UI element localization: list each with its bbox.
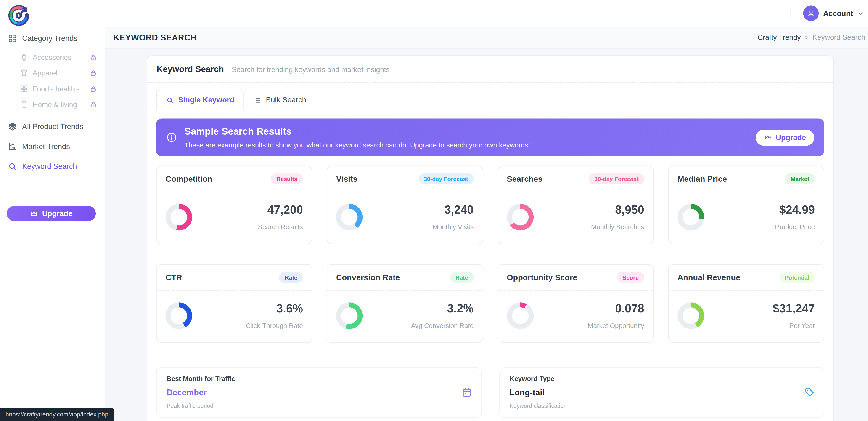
shirt-icon [20,69,28,77]
page-header: KEYWORD SEARCH Crafty Trendy > Keyword S… [105,27,868,49]
content-area: Keyword Search Search for trending keywo… [105,49,868,421]
sidebar-item-label: Accessories [33,53,71,61]
metric-label: Search Results [258,223,303,231]
upgrade-label: Upgrade [776,133,806,142]
layers-icon [8,122,17,131]
metric-card-median-price: Median Price Market $24.99 Product Price [668,166,825,244]
metric-value: 0.078 [588,302,644,315]
app-logo[interactable] [7,4,31,27]
banner-title: Sample Search Results [184,126,530,138]
sidebar-item-food-health[interactable]: Food - health - ... [0,81,104,97]
metric-card-title: Annual Revenue [678,273,740,282]
account-menu[interactable]: Account [790,0,864,27]
breadcrumb-home[interactable]: Crafty Trendy [758,33,801,41]
tag-icon [804,387,815,397]
person-icon [807,9,815,18]
breadcrumb: Crafty Trendy > Keyword Search [758,33,865,41]
metric-value: 3.2% [411,302,473,315]
metric-card-grid: Competition Results 47,200 Search Result… [156,166,824,343]
metric-value: $24.99 [775,203,815,216]
status-badge: Results [271,174,303,184]
sidebar-item-label: Market Trends [22,142,70,150]
sidebar-item-category-trends[interactable]: Category Trends [0,30,104,46]
upgrade-label: Upgrade [42,209,72,218]
tab-label: Single Keyword [178,96,234,104]
panel-header: Keyword Search Search for trending keywo… [147,56,833,82]
sidebar-item-accessories[interactable]: Accessories [0,49,104,65]
sidebar-item-apparel[interactable]: Apparel [0,65,104,81]
status-badge: Rate [450,272,474,283]
donut-chart [678,204,704,230]
search-icon [8,161,17,171]
main-area: Account KEYWORD SEARCH Crafty Trendy > K… [105,0,868,421]
lock-icon [90,54,97,61]
page-title: KEYWORD SEARCH [114,33,197,42]
sidebar-upgrade-button[interactable]: Upgrade [7,206,96,221]
metric-value: 3,240 [433,203,473,216]
metric-card-title: Opportunity Score [507,273,578,282]
sidebar-item-all-product-trends[interactable]: All Product Trends [0,116,104,136]
metric-card-searches: Searches 30-day Forecast 8,950 Monthly S… [497,166,653,244]
sidebar-item-home-living[interactable]: Home & living [0,97,104,113]
sidebar-item-keyword-search[interactable]: Keyword Search [0,156,104,176]
status-badge: 30-day Forecast [418,174,473,184]
topbar: Account [105,0,868,27]
status-badge: Potential [779,272,815,283]
tab-bulk-search[interactable]: Bulk Search [244,90,315,110]
info-card-title: Keyword Type [509,375,814,383]
donut-chart [678,302,704,329]
status-badge: Market [785,174,815,184]
sidebar-item-label: Category Trends [22,34,78,42]
panel-title: Keyword Search [157,64,224,74]
avatar[interactable] [803,5,819,21]
metric-value: 8,950 [591,203,644,216]
metric-label: Product Price [775,223,815,231]
account-label: Account [823,9,853,18]
sidebar-item-label: Food - health - ... [33,85,88,93]
sidebar: Category Trends Accessories [0,0,105,421]
metric-card-title: Searches [507,174,542,183]
metric-label: Monthly Visits [433,223,473,231]
grid-icon [20,85,28,93]
sidebar-nav: Category Trends Accessories [0,30,104,176]
status-badge: Score [617,272,644,283]
sidebar-item-label: All Product Trends [22,122,83,130]
metric-card-title: Visits [336,174,358,183]
metric-label: Avg Conversion Rate [411,322,473,330]
status-badge: Rate [279,272,303,283]
donut-chart [507,302,533,329]
donut-chart [336,204,363,230]
info-card-grid: Best Month for Traffic December Peak tra… [156,367,824,418]
lamp-icon [20,100,28,109]
status-badge: 30-day Forecast [589,174,644,184]
chart-icon [8,142,17,151]
status-bar: https://craftytrendy.com/app/index.php [0,408,114,421]
metric-card-conversion-rate: Conversion Rate Rate 3.2% Avg Conversion… [327,264,483,343]
metric-card-title: Median Price [678,174,727,183]
sidebar-item-market-trends[interactable]: Market Trends [0,136,104,156]
metric-value: $31,247 [773,302,815,315]
info-card-value: Long-tail [509,388,814,397]
tab-bar: Single Keyword Bulk Search [147,83,833,110]
info-card-value: December [166,388,471,397]
app-window: Category Trends Accessories [0,0,868,421]
info-card-keyword-type: Keyword Type Long-tail Keyword classific… [499,367,825,418]
banner-upgrade-button[interactable]: Upgrade [756,129,814,145]
info-icon [166,132,177,143]
breadcrumb-separator: > [805,34,809,41]
metric-card-title: Competition [165,174,212,183]
metric-value: 3.6% [246,302,303,315]
metric-label: Click-Through Rate [246,322,303,330]
info-card-title: Best Month for Traffic [166,375,471,383]
metric-card-title: CTR [165,273,182,282]
watch-icon [20,53,28,61]
donut-chart [336,302,363,329]
metric-card-competition: Competition Results 47,200 Search Result… [156,166,312,244]
metric-label: Monthly Searches [591,223,644,231]
crown-icon [30,209,38,218]
tab-single-keyword[interactable]: Single Keyword [156,90,244,111]
metric-label: Market Opportunity [588,322,644,330]
search-icon [166,96,174,104]
metric-card-visits: Visits 30-day Forecast 3,240 Monthly Vis… [327,166,483,244]
grid-icon [8,34,17,43]
